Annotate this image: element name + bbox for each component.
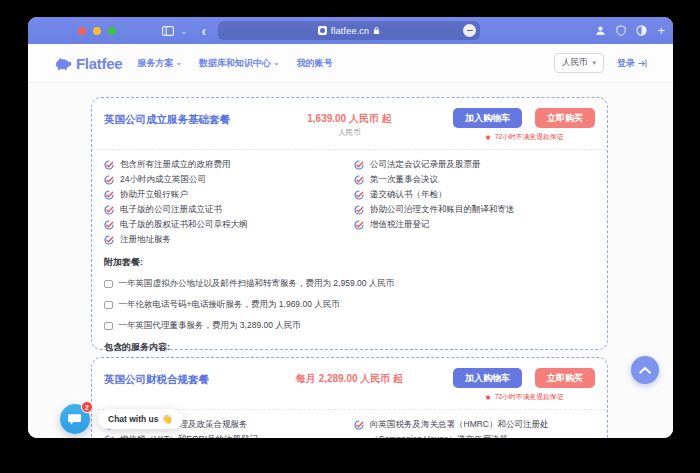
feature-item: 电子版的股权证书和公司章程大纲 [104,217,354,232]
divider [92,149,607,150]
feature-item: 协助开立银行账户 [104,187,354,202]
price-block: 每月 2,289.00 人民币 起 [296,368,403,386]
addons-title: 附加套餐: [104,256,595,269]
feature-item: 注册地址服务 [104,232,354,247]
login-arrow-icon [638,59,647,68]
feature-item: 24小时内成立英国公司 [104,172,354,187]
nav-item-services[interactable]: 服务方案 ⌄ [137,57,182,70]
check-circle-icon [354,205,364,215]
check-circle-icon [104,175,114,185]
package-title: 英国公司成立服务基础套餐 [104,108,307,127]
check-circle-icon [104,190,114,200]
new-tab-icon[interactable]: + [657,23,665,38]
check-circle-icon [354,190,364,200]
chat-widget: 2 Chat with us 👋 [60,404,183,434]
add-to-cart-button[interactable]: 加入购物车 [453,368,522,388]
chat-button[interactable]: 2 [60,404,90,434]
feature-item: 递交确认书（年检） [354,187,594,202]
tab-group-caret-icon[interactable]: ⌄ [180,26,188,36]
login-link[interactable]: 登录 [617,57,647,70]
price-block: 1,639.00 人民币 起 人民币 [307,108,391,138]
check-circle-icon [104,435,114,439]
check-circle-icon [104,160,114,170]
refund-guarantee: ★ 72小时不满意退款保证 [485,132,564,142]
contrast-icon[interactable] [636,25,647,36]
buy-now-button[interactable]: 立即购买 [535,368,595,388]
feature-item: 协助公司治理文件和账目的翻译和寄送 [354,202,594,217]
feature-item: 向英国税务及海关总署（HMRC）和公司注册处（Companies House）递… [354,417,594,438]
addon-option[interactable]: 一年英国虚拟办公地址以及邮件扫描和转寄服务，费用为 2,959.00 人民币 [104,278,595,290]
included-services-title: 包含的服务内容: [104,341,595,354]
star-icon: ★ [485,134,492,141]
scroll-to-top-button[interactable] [631,356,659,384]
brand-logo[interactable]: Flatfee [54,55,122,72]
chevron-down-icon: ⌄ [273,60,280,66]
lock-icon [373,26,380,35]
feature-item: 公司法定会议记录册及股票册 [354,157,594,172]
site-header: Flatfee 服务方案 ⌄ 数据库和知识中心 ⌄ 我的账号 人民币 ▾ [28,44,673,83]
chevron-up-icon [639,366,651,374]
check-circle-icon [354,160,364,170]
close-window-icon[interactable] [78,27,86,35]
card-header: 英国公司财税合规套餐 每月 2,289.00 人民币 起 加入购物车 立即购买 … [104,368,595,402]
chat-tooltip[interactable]: Chat with us 👋 [98,409,183,429]
zoom-window-icon[interactable] [108,27,116,35]
chevron-down-icon: ▾ [592,59,596,67]
feature-item: 电子版的公司注册成立证书 [104,202,354,217]
piggy-bank-icon [54,56,72,71]
site-favicon [318,26,327,35]
currency-selector[interactable]: 人民币 ▾ [554,53,604,73]
browser-toolbar: ⌄ ‹ flatfee.cn + [28,17,673,44]
check-circle-icon [104,205,114,215]
url-text: flatfee.cn [331,26,370,36]
nav-item-my-account[interactable]: 我的账号 [297,57,333,70]
url-badge-icon[interactable] [463,24,476,37]
card-actions: 加入购物车 立即购买 ★ 72小时不满意退款保证 [453,368,595,402]
star-icon: ★ [485,394,492,401]
nav-item-knowledge-center[interactable]: 数据库和知识中心 ⌄ [199,57,280,70]
checkbox-icon[interactable] [104,322,113,331]
price-currency-label: 人民币 [307,128,391,138]
check-circle-icon [104,220,114,230]
header-right: 人民币 ▾ 登录 [554,53,647,73]
feature-item: 包含所有注册成立的政府费用 [104,157,354,172]
buy-now-button[interactable]: 立即购买 [535,108,595,128]
chat-bubble-icon [68,413,82,426]
sidebar-toggle-icon[interactable] [162,26,174,36]
refund-guarantee: ★ 72小时不满意退款保证 [485,392,564,402]
browser-window: ⌄ ‹ flatfee.cn + [28,17,673,438]
back-icon[interactable]: ‹ [202,26,207,36]
page-content: 英国公司成立服务基础套餐 1,639.00 人民币 起 人民币 加入购物车 立即… [28,83,673,438]
chevron-down-icon: ⌄ [175,60,182,66]
package-price: 1,639.00 人民币 起 [307,112,391,126]
check-circle-icon [354,220,364,230]
package-card-basic-formation: 英国公司成立服务基础套餐 1,639.00 人民币 起 人民币 加入购物车 立即… [91,97,608,350]
feature-item: 增值税注册登记 [354,217,594,232]
checkbox-icon[interactable] [104,301,113,310]
toolbar-right-icons: + [595,17,665,44]
traffic-lights [78,27,116,35]
card-header: 英国公司成立服务基础套餐 1,639.00 人民币 起 人民币 加入购物车 立即… [104,108,595,142]
add-to-cart-button[interactable]: 加入购物车 [453,108,522,128]
url-bar[interactable]: flatfee.cn [218,21,480,40]
check-circle-icon [354,420,364,430]
shield-icon[interactable] [616,25,626,36]
package-title: 英国公司财税合规套餐 [104,368,296,387]
profile-icon[interactable] [595,25,606,36]
minimize-window-icon[interactable] [93,27,101,35]
check-circle-icon [104,235,114,245]
checkbox-icon[interactable] [104,280,113,289]
feature-item: 第一次董事会决议 [354,172,594,187]
check-circle-icon [354,175,364,185]
addon-option[interactable]: 一年英国代理董事服务，费用为 3,289.00 人民币 [104,320,595,332]
package-price: 每月 2,289.00 人民币 起 [296,372,403,386]
brand-name: Flatfee [76,55,122,72]
main-nav: 服务方案 ⌄ 数据库和知识中心 ⌄ 我的账号 [137,57,332,70]
chat-unread-badge: 2 [81,401,93,413]
card-actions: 加入购物车 立即购买 ★ 72小时不满意退款保证 [453,108,595,142]
desktop-background: ⌄ ‹ flatfee.cn + [0,0,700,473]
addon-option[interactable]: 一年伦敦电话号码+电话接听服务，费用为 1,969.00 人民币 [104,299,595,311]
feature-list: 包含所有注册成立的政府费用 24小时内成立英国公司 协助开立银行账户 电子版的公… [104,157,595,247]
wave-emoji-icon: 👋 [162,414,173,424]
